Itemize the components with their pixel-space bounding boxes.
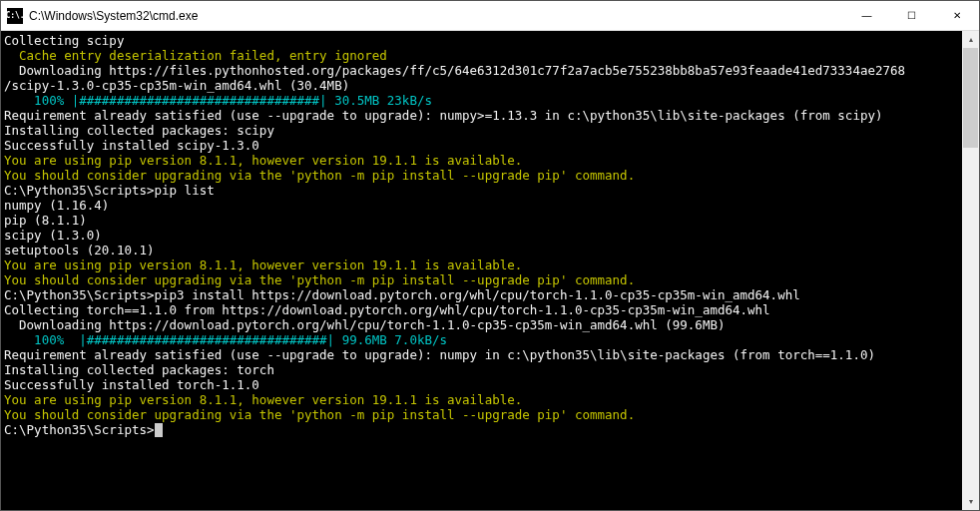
prompt-line[interactable]: C:\Python35\Scripts>: [4, 422, 962, 437]
terminal-line: pip (8.1.1): [4, 213, 962, 228]
terminal-line: Requirement already satisfied (use --upg…: [4, 347, 962, 362]
terminal-line: scipy (1.3.0): [4, 228, 962, 243]
terminal-line: You are using pip version 8.1.1, however…: [4, 153, 962, 168]
terminal-line: Successfully installed torch-1.1.0: [4, 377, 962, 392]
scrollbar-thumb[interactable]: [963, 48, 978, 148]
terminal-line: setuptools (20.10.1): [4, 243, 962, 257]
cursor: [155, 423, 163, 437]
minimize-button[interactable]: —: [844, 1, 889, 31]
terminal-line: Requirement already satisfied (use --upg…: [4, 108, 962, 123]
maximize-button[interactable]: ☐: [889, 1, 934, 31]
terminal-line: C:\Python35\Scripts>pip list: [4, 183, 962, 198]
terminal-line: Collecting torch==1.1.0 from https://dow…: [4, 302, 962, 317]
scroll-up-button[interactable]: ▴: [962, 31, 979, 48]
terminal-line: Installing collected packages: scipy: [4, 123, 962, 138]
vertical-scrollbar[interactable]: ▴ ▾: [962, 31, 979, 510]
content-area: Collecting scipy Cache entry deserializa…: [1, 31, 979, 510]
terminal-line: You should consider upgrading via the 'p…: [4, 272, 962, 287]
cmd-window: C:\. C:\Windows\System32\cmd.exe — ☐ ✕ C…: [0, 0, 980, 511]
window-title: C:\Windows\System32\cmd.exe: [29, 9, 198, 23]
terminal-line: Cache entry deserialization failed, entr…: [4, 48, 962, 63]
terminal-line: numpy (1.16.4): [4, 198, 962, 213]
terminal-line: You are using pip version 8.1.1, however…: [4, 257, 962, 272]
terminal-line: Downloading https://download.pytorch.org…: [4, 317, 962, 332]
terminal-line: C:\Python35\Scripts>pip3 install https:/…: [4, 287, 962, 302]
terminal-line: 100% |################################| …: [4, 93, 962, 108]
cmd-icon: C:\.: [7, 8, 23, 24]
terminal-output[interactable]: Collecting scipy Cache entry deserializa…: [1, 31, 962, 510]
terminal-line: 100% |################################| …: [4, 332, 962, 347]
close-button[interactable]: ✕: [934, 1, 979, 31]
terminal-line: Successfully installed scipy-1.3.0: [4, 138, 962, 153]
terminal-line: Collecting scipy: [4, 33, 962, 48]
terminal-line: You should consider upgrading via the 'p…: [4, 407, 962, 422]
terminal-line: Downloading https://files.pythonhosted.o…: [4, 63, 962, 78]
terminal-line: Installing collected packages: torch: [4, 362, 962, 377]
terminal-line: /scipy-1.3.0-cp35-cp35m-win_amd64.whl (3…: [4, 78, 962, 93]
terminal-line: You are using pip version 8.1.1, however…: [4, 392, 962, 407]
terminal-line: You should consider upgrading via the 'p…: [4, 168, 962, 183]
scroll-down-button[interactable]: ▾: [962, 493, 979, 510]
titlebar[interactable]: C:\. C:\Windows\System32\cmd.exe — ☐ ✕: [1, 1, 979, 31]
